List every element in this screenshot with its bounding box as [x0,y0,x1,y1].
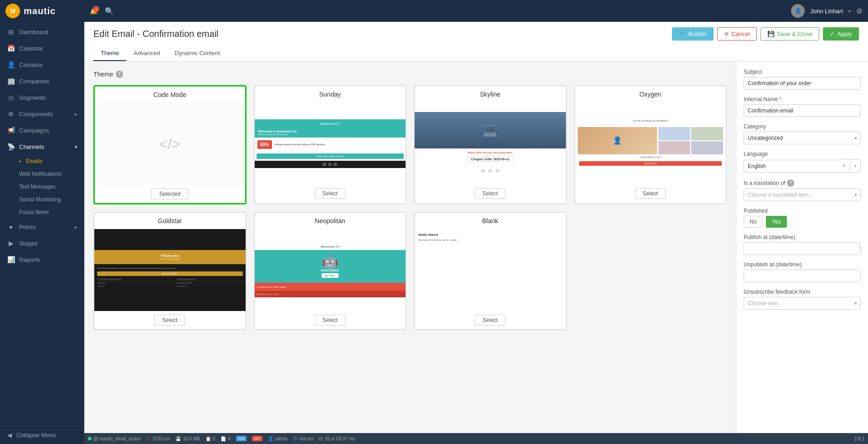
goldstar-row-3: 123456 Total: $99.00 [97,285,243,288]
category-select[interactable]: Uncategorized [744,132,861,144]
neopolitan-preview: Awesome Co 🤖 Good News! My Order Custome… [255,229,406,311]
sunday-cta: Lorem ipsum dolor sit amet [257,153,404,159]
theme-help-icon[interactable]: ? [116,71,123,78]
code-mode-title: Code Mode [95,87,245,103]
translation-select[interactable]: Choose a translated item... [744,189,861,201]
sidebar-item-contacts[interactable]: 👤 Contacts [0,56,84,73]
translation-field-group: Is a translation of ? Choose a translate… [744,179,861,201]
published-yes-button[interactable]: Yes [766,216,787,228]
translation-help-icon[interactable]: ? [787,179,794,187]
sidebar-item-components[interactable]: ⊕ Components ▸ [0,106,84,122]
sidebar-item-dashboard[interactable]: ⊞ Dashboard [0,24,84,40]
oxygen-footer-actions: Select [575,184,726,203]
neopolitan-select-button[interactable]: Select [315,315,345,326]
published-field-group: Published No Yes [744,208,861,228]
theme-card-skyline[interactable]: Skyline 💻 Enjoy 50% off your next purcha… [414,85,567,204]
sidebar-item-calendar[interactable]: 📅 Calendar [0,40,84,56]
goldstar-select-button[interactable]: Select [154,315,185,326]
skyline-dot-2 [488,169,492,173]
tab-theme[interactable]: Theme [93,46,126,61]
sidebar-item-campaigns[interactable]: 📢 Campaigns [0,122,84,138]
theme-card-neopolitan[interactable]: Neopolitan Awesome Co 🤖 Good News! My Or… [254,212,407,330]
language-clear-button[interactable]: ✕ [838,159,850,173]
language-input[interactable] [744,160,838,173]
unpublish-at-input[interactable] [744,270,861,282]
theme-card-code-mode[interactable]: Code Mode </> Selected [93,85,247,204]
code-icon: </> [159,136,180,153]
settings-button[interactable]: ⚙ [856,7,863,15]
sunday-select-button[interactable]: Select [315,188,345,199]
theme-card-blank[interactable]: Blank Hello there! We haven't heard from… [414,212,567,330]
subject-input[interactable] [744,77,861,90]
sidebar-sub-emails[interactable]: Emails [19,155,84,168]
sunday-preview: Awesome Co Welcome to Awesome Co We're s… [255,102,406,184]
internal-name-input[interactable] [744,104,861,117]
top-nav-right: 👤 John Linhart ▾ ⚙ [791,4,863,18]
language-dropdown-button[interactable]: ▾ [850,159,861,173]
status-dot-green [88,437,92,440]
status-response-time: ⏱ 3733 ms [146,436,170,441]
sidebar-item-points[interactable]: ● Points ▸ [0,219,84,235]
language-field-group: Language ✕ ▾ [744,151,861,173]
oxygen-preview: You've received an invitation! 👤 [575,102,726,184]
channels-submenu: Emails Web Notifications Text Messages S… [0,155,84,219]
language-label: Language [744,151,861,157]
blank-preview: Hello there! We haven't heard from you f… [415,229,566,311]
status-memory: 💾 18.0 MB [175,436,200,441]
skyline-select-button[interactable]: Select [475,188,505,199]
sidebar-item-channels[interactable]: 📡 Channels ▾ [0,138,84,155]
skyline-footer-actions: Select [415,184,566,203]
sidebar-sub-social-monitoring[interactable]: Social Monitoring [19,193,84,206]
published-no-button[interactable]: No [744,216,762,228]
components-icon: ⊕ [7,110,15,117]
sunday-title: Sunday [255,86,406,102]
sunday-preview-inner: Awesome Co Welcome to Awesome Co We're s… [255,119,406,168]
cancel-button[interactable]: ✕ Cancel [717,27,756,41]
publish-at-input[interactable] [744,242,861,255]
code-mode-selected-button[interactable]: Selected [151,189,188,199]
points-icon: ● [7,223,15,230]
sidebar-item-reports[interactable]: 📊 Reports [0,251,84,268]
save-close-button[interactable]: 💾 Save & Close [760,27,820,41]
header-actions: 🔧 Builder ✕ Cancel 💾 Save & Close ✓ Appl… [672,27,859,41]
collapse-menu-button[interactable]: ◀ Collapse Menu [0,426,84,444]
goldstar-preview-inner: Thank you FOR YOUR ORDER! Feel free to r… [94,250,246,291]
sidebar-item-companies[interactable]: 🏢 Companies [0,73,84,89]
oxygen-select-button[interactable]: Select [635,188,666,199]
oxygen-grid-2 [691,127,723,140]
theme-card-goldstar[interactable]: Goldstar Thank you FOR YOUR ORDER! Feel … [93,212,247,330]
search-button[interactable]: 🔍 [105,7,114,15]
content-area: Theme ? Code Mode </> Selected [84,61,868,433]
blank-select-button[interactable]: Select [475,315,505,326]
unpublish-at-field-group: Unpublish at (date/time) [744,261,861,282]
notification-button[interactable]: 🔔 1 [90,8,98,15]
status-user: 👤 admin [268,436,288,441]
sidebar-sub-text-messages[interactable]: Text Messages [19,180,84,193]
neo-section1-text: Customer Info, Order Details [257,286,403,288]
user-name[interactable]: John Linhart [810,8,843,15]
sunday-badge: 50% [257,140,272,149]
tab-advanced[interactable]: Advanced [126,46,167,61]
sidebar-sub-web-notifications[interactable]: Web Notifications [19,168,84,180]
sidebar-item-stages[interactable]: ▶ Stages [0,235,84,251]
neopolitan-preview-inner: Awesome Co 🤖 Good News! My Order Custome… [255,243,406,297]
sidebar-item-segments[interactable]: ◎ Segments [0,89,84,106]
unsubscribe-feedback-select[interactable]: Choose one... [744,297,861,310]
cancel-icon: ✕ [724,31,729,37]
user-dropdown-arrow[interactable]: ▾ [848,9,851,14]
campaigns-icon: 📢 [7,127,15,134]
category-select-wrapper: Uncategorized [744,132,861,144]
theme-grid-area: Theme ? Code Mode </> Selected [84,61,736,433]
sidebar-sub-focus-items[interactable]: Focus Items [19,206,84,219]
segments-icon: ◎ [7,94,15,101]
oxygen-header-text: You've received an invitation! [577,119,724,122]
user-avatar: 👤 [791,4,805,18]
top-navigation: M mautic 🔔 1 🔍 👤 John Linhart ▾ ⚙ [0,0,868,22]
theme-card-sunday[interactable]: Sunday Awesome Co Welcome to Awesome Co … [254,85,407,204]
apply-button[interactable]: ✓ Apply [823,27,859,41]
tab-dynamic-content[interactable]: Dynamic Content [167,46,227,61]
theme-card-oxygen[interactable]: Oxygen You've received an invitation! [574,85,727,204]
skyline-dots-row [415,166,566,175]
builder-button[interactable]: 🔧 Builder [672,27,714,41]
skyline-preview-inner: 💻 Enjoy 50% off your next purchase! Coup… [415,112,566,175]
